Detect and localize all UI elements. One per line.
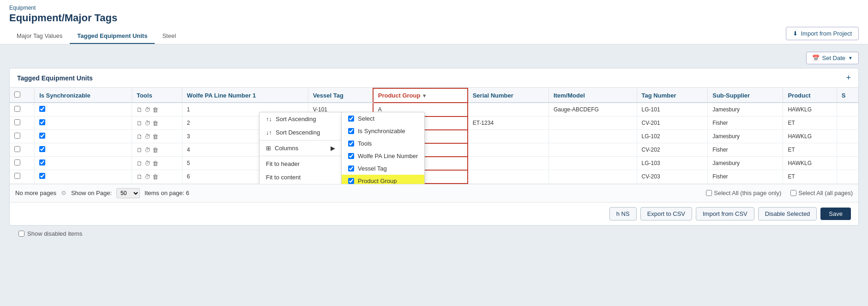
col-submenu-item-2[interactable]: Tools [342,137,424,150]
delete-icon[interactable]: 🗑 [152,106,158,113]
tab-tagged-equipment-units[interactable]: Tagged Equipment Units [70,29,155,44]
import-csv-button[interactable]: Import from CSV [696,207,754,220]
select-all-page-checkbox[interactable] [706,190,712,196]
fit-to-content-menu-item[interactable]: Fit to content [259,171,342,184]
copy-icon[interactable]: 🗋 [137,120,143,127]
cell-s-4 [837,157,858,170]
col-submenu-item-3[interactable]: Wolfe PA Line Number [342,150,424,162]
sync-checkbox-3[interactable] [39,146,45,152]
table-body: 🗋 ⏱ 🗑 1 V-101 A Gauge-ABCDEFG LG-101 Jam… [10,103,858,184]
disable-selected-button[interactable]: Disable Selected [758,207,817,220]
delete-icon[interactable]: 🗑 [152,173,158,180]
col-submenu-item-0[interactable]: Select [342,112,424,125]
col-sub[interactable]: Sub-Supplier [708,88,783,103]
set-date-bar: 📅 Set Date ▼ [9,52,859,64]
col-s[interactable]: S [837,88,858,103]
col-model[interactable]: Item/Model [549,88,637,103]
col-label-5: Product Group [358,177,397,184]
sort-desc-icon: ↓↑ [266,129,272,136]
page-size-select[interactable]: 50 25 100 [116,188,140,198]
sort-descending-menu-item[interactable]: ↓↑ Sort Descending [259,126,342,139]
row-checkbox-1[interactable] [14,119,20,125]
col-checkbox-0[interactable] [348,116,354,122]
clock-icon[interactable]: ⏱ [145,160,151,167]
fit-to-header-menu-item[interactable]: Fit to header [259,157,342,171]
col-checkbox-4[interactable] [348,165,354,171]
delete-icon[interactable]: 🗑 [152,133,158,140]
row-checkbox-5[interactable] [14,173,20,179]
col-submenu-item-1[interactable]: Is Synchronizable [342,125,424,137]
col-checkbox-1[interactable] [348,128,354,134]
clock-icon[interactable]: ⏱ [145,173,151,180]
columns-menu-item[interactable]: ⊞ Columns ▶ [259,141,342,155]
tab-major-tag-values[interactable]: Major Tag Values [9,29,70,44]
sync-checkbox-5[interactable] [39,173,45,179]
sync-checkbox-2[interactable] [39,133,45,139]
breadcrumb: Equipment [9,5,859,11]
col-checkbox-5[interactable] [348,178,354,184]
col-submenu-item-4[interactable]: Vessel Tag [342,162,424,175]
col-tag[interactable]: Tag Number [637,88,708,103]
sync-checkbox-1[interactable] [39,119,45,125]
export-csv-button[interactable]: Export to CSV [640,207,692,220]
save-button[interactable]: Save [820,208,851,220]
sort-asc-icon: ↑↓ [266,116,272,122]
show-disabled-label[interactable]: Show disabled items [18,230,82,237]
cell-product-2: HAWKLG [783,130,837,143]
col-vessel[interactable]: Vessel Tag [308,88,373,103]
col-checkbox-3[interactable] [348,153,354,159]
delete-icon[interactable]: 🗑 [152,120,158,127]
col-select[interactable] [10,88,35,103]
set-date-button[interactable]: 📅 Set Date ▼ [806,52,859,64]
columns-submenu: Select Is Synchronizable Tools Wolfe PA … [341,112,425,184]
col-sync[interactable]: Is Synchronizable [35,88,132,103]
import-from-project-button[interactable]: ⬇ Import from Project [786,27,859,40]
cell-product-3: ET [783,143,837,157]
col-tools[interactable]: Tools [132,88,182,103]
filter-icon[interactable]: ▼ [422,93,427,98]
delete-icon[interactable]: 🗑 [152,147,158,153]
cell-select-1 [10,116,35,130]
select-all-page-label[interactable]: Select All (this page only) [706,190,781,196]
clock-icon[interactable]: ⏱ [145,120,151,127]
col-submenu-item-5[interactable]: Product Group [342,175,424,184]
clock-icon[interactable]: ⏱ [145,106,151,113]
col-checkbox-2[interactable] [348,141,354,147]
select-all-checkbox[interactable] [14,92,20,98]
cell-s-3 [837,143,858,157]
copy-icon[interactable]: 🗋 [137,173,143,180]
copy-icon[interactable]: 🗋 [137,133,143,140]
tab-steel[interactable]: Steel [155,29,183,44]
clock-icon[interactable]: ⏱ [145,133,151,140]
sort-ascending-menu-item[interactable]: ↑↓ Sort Ascending [259,112,342,126]
show-disabled-checkbox[interactable] [18,231,24,237]
copy-icon[interactable]: 🗋 [137,106,143,113]
row-checkbox-4[interactable] [14,159,20,165]
cell-sub-5: Fisher [708,170,783,184]
copy-icon[interactable]: 🗋 [137,160,143,167]
add-button[interactable]: + [846,73,851,83]
cell-product-1: ET [783,116,837,130]
col-serial[interactable]: Serial Number [468,88,549,103]
select-all-pages-checkbox[interactable] [790,190,796,196]
sync-checkbox-4[interactable] [39,159,45,165]
cell-s-1 [837,116,858,130]
delete-icon[interactable]: 🗑 [152,160,158,167]
row-checkbox-0[interactable] [14,106,20,112]
clock-icon[interactable]: ⏱ [145,147,151,153]
col-product-group[interactable]: Product Group ▼ [373,88,468,103]
cell-sync-0 [35,103,132,116]
col-line[interactable]: Wolfe PA Line Number 1 [182,88,308,103]
row-checkbox-2[interactable] [14,133,20,139]
table-header-row: Is Synchronizable Tools Wolfe PA Line Nu… [10,88,858,103]
select-all-pages-label[interactable]: Select All (all pages) [790,190,853,196]
sync-ns-button[interactable]: h NS [609,207,637,220]
copy-icon[interactable]: 🗋 [137,147,143,153]
col-label-4: Vessel Tag [358,165,387,172]
col-product[interactable]: Product [783,88,837,103]
row-checkbox-3[interactable] [14,146,20,152]
cell-s-2 [837,130,858,143]
cell-model-0: Gauge-ABCDEFG [549,103,637,116]
sync-checkbox-0[interactable] [39,106,45,112]
cell-sync-5 [35,170,132,184]
